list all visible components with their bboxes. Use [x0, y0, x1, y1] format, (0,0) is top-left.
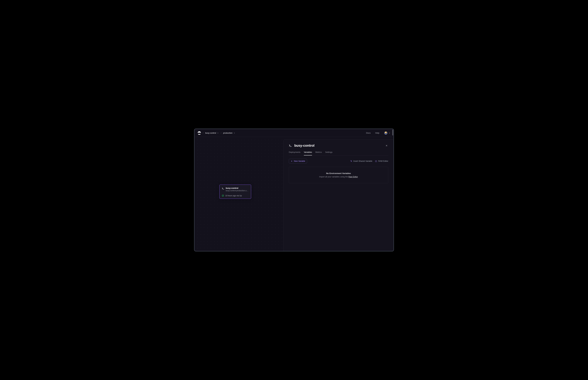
breadcrumb-project[interactable]: busy-control [205, 132, 219, 134]
raw-editor-button[interactable]: RAW Editor [375, 160, 388, 162]
breadcrumb-project-label: busy-control [205, 132, 216, 134]
plus-icon [291, 160, 293, 162]
app-window: / busy-control / production Docs Help [194, 129, 394, 251]
panel-title: busy-control [294, 144, 314, 148]
tab-deployments[interactable]: Deployments [289, 151, 301, 155]
empty-subtitle: Import all your variables using the Raw … [292, 176, 385, 178]
braces-icon [375, 160, 377, 162]
service-card-status: 10 hours ago via Up [225, 195, 242, 197]
panel-tabs: Deployments Variables Metrics Settings [289, 151, 388, 155]
insert-shared-variable-label: Insert Shared Variable [353, 160, 372, 162]
service-card-subtitle: busy-control-production.up.... [226, 190, 249, 192]
service-canvas[interactable]: busy-control busy-control-production.up.… [195, 137, 284, 251]
avatar-icon [384, 132, 387, 134]
new-variable-label: New Variable [294, 160, 305, 162]
service-card[interactable]: busy-control busy-control-production.up.… [220, 185, 251, 199]
empty-title: No Environment Variables [292, 172, 385, 174]
terminal-icon [289, 144, 292, 147]
app-logo-icon[interactable] [198, 131, 201, 135]
svg-point-1 [222, 195, 224, 196]
variable-actions: New Variable Insert Shared Variable RAW … [289, 159, 388, 163]
chevron-down-icon [217, 132, 219, 134]
help-link[interactable]: Help [375, 132, 379, 134]
close-panel-button[interactable] [385, 144, 388, 147]
chevron-down-icon [233, 132, 235, 134]
breadcrumb-separator: / [203, 132, 203, 134]
empty-variables-box: No Environment Variables Import all your… [289, 167, 388, 183]
breadcrumb-environment[interactable]: production [223, 132, 235, 134]
new-variable-button[interactable]: New Variable [289, 159, 307, 163]
tab-variables[interactable]: Variables [304, 151, 312, 155]
chevron-down-icon [388, 132, 390, 134]
docs-link[interactable]: Docs [366, 132, 371, 134]
insert-shared-variable-button[interactable]: Insert Shared Variable [350, 160, 372, 162]
raw-editor-label: RAW Editor [378, 160, 388, 162]
breadcrumb-separator: / [221, 132, 221, 134]
insert-arrow-icon [350, 160, 352, 162]
breadcrumb-environment-label: production [223, 132, 232, 134]
service-card-title: busy-control [226, 187, 249, 189]
empty-sub-prefix: Import all your variables using the [319, 176, 348, 178]
terminal-icon [222, 187, 224, 190]
raw-editor-link[interactable]: Raw Editor [348, 176, 358, 178]
check-circle-icon [222, 194, 224, 197]
header: / busy-control / production Docs Help [195, 129, 393, 137]
tab-metrics[interactable]: Metrics [315, 151, 322, 155]
scrollbar-thumb[interactable] [392, 130, 393, 135]
main-body: busy-control busy-control-production.up.… [195, 137, 393, 251]
tab-settings[interactable]: Settings [325, 151, 332, 155]
service-panel: busy-control Deployments Variables Metri… [284, 139, 393, 251]
account-menu[interactable] [384, 132, 390, 134]
close-icon [385, 145, 388, 147]
